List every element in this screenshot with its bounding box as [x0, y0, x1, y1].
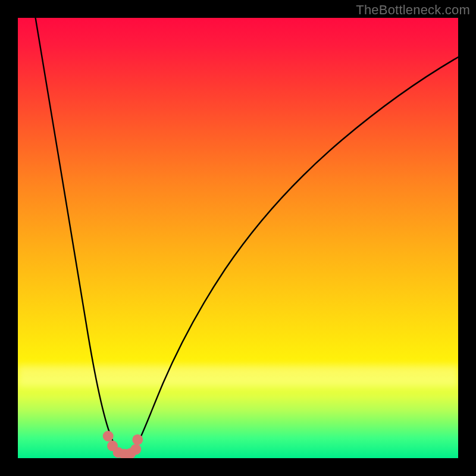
bottleneck-curve-path	[36, 18, 458, 455]
curve-marker	[130, 444, 141, 455]
plot-area	[18, 18, 458, 458]
bottleneck-curve-svg	[18, 18, 458, 458]
curve-marker	[132, 434, 143, 445]
curve-marker	[103, 431, 114, 441]
curve-marker-group	[103, 431, 143, 458]
watermark-text: TheBottleneck.com	[356, 2, 470, 18]
